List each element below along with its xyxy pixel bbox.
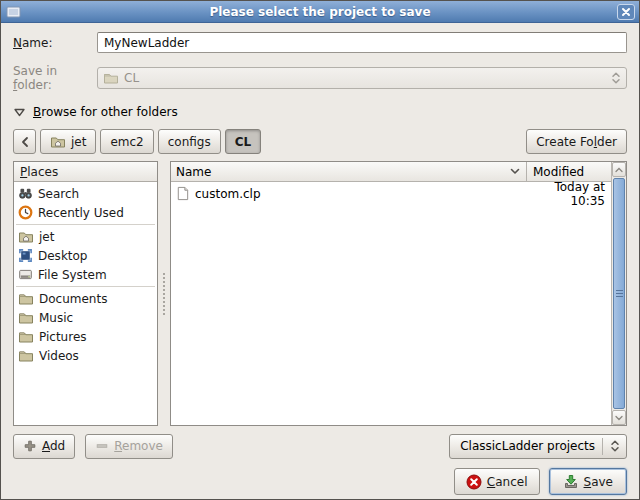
- places-separator: [16, 224, 155, 225]
- path-button-jet[interactable]: jet: [40, 129, 96, 154]
- place-item-label: Pictures: [39, 330, 87, 344]
- filter-value: ClassicLadder projects: [460, 439, 595, 453]
- search-icon: [18, 186, 33, 201]
- create-folder-label: Create Folder: [536, 135, 617, 149]
- combo-divider: [602, 438, 603, 455]
- save-in-folder-value: CL: [124, 71, 139, 85]
- window-icon: [6, 6, 21, 18]
- file-modified: Today at 10:35: [519, 180, 607, 208]
- place-item-label: Recently Used: [38, 206, 124, 220]
- path-button-label: configs: [168, 135, 211, 149]
- remove-label: Remove: [114, 439, 163, 453]
- add-button[interactable]: Add: [13, 434, 75, 459]
- place-item-label: Desktop: [38, 249, 88, 263]
- column-header-modified[interactable]: Modified: [527, 162, 611, 181]
- scrollbar-thumb[interactable]: [613, 178, 625, 409]
- project-name-input[interactable]: [97, 32, 627, 53]
- file-list: Name Modified custom.clp Today at 10:35: [171, 162, 611, 425]
- spinner-arrows-icon: [611, 71, 621, 85]
- places-header[interactable]: Places: [14, 162, 157, 182]
- place-item-label: jet: [39, 230, 54, 244]
- place-item-desktop[interactable]: Desktop: [14, 246, 157, 265]
- close-button[interactable]: [617, 4, 635, 20]
- path-button-cl-current[interactable]: CL: [225, 129, 261, 154]
- plus-icon: [23, 439, 37, 453]
- document-icon: [175, 186, 190, 201]
- remove-button[interactable]: Remove: [85, 434, 173, 459]
- chevron-left-icon: [20, 136, 29, 148]
- place-item-music[interactable]: Music: [14, 308, 157, 327]
- places-header-label: Places: [20, 165, 58, 179]
- save-project-dialog: Please select the project to save Name: …: [0, 0, 640, 500]
- create-folder-button[interactable]: Create Folder: [526, 129, 627, 154]
- path-button-label: jet: [71, 135, 86, 149]
- window-menu-button[interactable]: [5, 5, 22, 19]
- expander-triangle-icon: [13, 106, 26, 118]
- save-icon: [563, 474, 579, 490]
- browse-other-folders-label: Browse for other folders: [33, 105, 178, 119]
- scroll-up-button[interactable]: [612, 162, 626, 177]
- save-in-folder-label: Save in folder:: [13, 64, 97, 92]
- folder-icon: [18, 348, 34, 364]
- place-item-pictures[interactable]: Pictures: [14, 327, 157, 346]
- save-button[interactable]: Save: [549, 468, 627, 495]
- place-item-documents[interactable]: Documents: [14, 289, 157, 308]
- place-item-videos[interactable]: Videos: [14, 346, 157, 365]
- path-button-label: emc2: [110, 135, 143, 149]
- column-name-label: Name: [176, 165, 211, 179]
- save-in-folder-row: Save in folder: CL: [13, 64, 627, 92]
- save-label: Save: [584, 475, 613, 489]
- window-title: Please select the project to save: [1, 5, 639, 19]
- cancel-x-icon: [466, 474, 482, 490]
- add-label: Add: [42, 439, 65, 453]
- dialog-buttons: Cancel Save: [13, 468, 627, 495]
- cancel-button[interactable]: Cancel: [454, 468, 540, 495]
- file-list-scrollbar[interactable]: [611, 162, 626, 425]
- path-bar: jet emc2 configs CL Create Folder: [13, 129, 627, 154]
- path-button-emc2[interactable]: emc2: [100, 129, 153, 154]
- places-pane: Places Search Recently Used jet: [13, 161, 158, 426]
- scroll-down-button[interactable]: [612, 410, 626, 425]
- browser-panes: Places Search Recently Used jet: [13, 161, 627, 426]
- drive-icon: [18, 267, 33, 282]
- browse-other-folders-expander[interactable]: Browse for other folders: [13, 104, 627, 119]
- place-item-label: File System: [38, 268, 107, 282]
- place-item-label: Documents: [39, 292, 107, 306]
- places-separator: [16, 286, 155, 287]
- folder-icon: [18, 310, 34, 326]
- minus-icon: [95, 439, 109, 453]
- name-row: Name:: [13, 32, 627, 53]
- save-in-folder-combo[interactable]: CL: [97, 67, 627, 89]
- desktop-icon: [18, 248, 33, 263]
- file-row-custom-clp[interactable]: custom.clp Today at 10:35: [171, 184, 611, 203]
- place-item-search[interactable]: Search: [14, 184, 157, 203]
- path-button-configs[interactable]: configs: [158, 129, 221, 154]
- path-back-button[interactable]: [13, 129, 36, 154]
- splitter-grip-icon: [163, 273, 165, 315]
- place-item-label: Search: [38, 187, 79, 201]
- titlebar[interactable]: Please select the project to save: [1, 1, 639, 23]
- place-item-label: Music: [39, 311, 73, 325]
- home-folder-icon: [18, 229, 34, 245]
- place-item-recently-used[interactable]: Recently Used: [14, 203, 157, 222]
- file-type-filter-dropdown[interactable]: ClassicLadder projects: [449, 434, 627, 459]
- pane-splitter[interactable]: [158, 161, 170, 426]
- spinner-arrows-icon: [610, 439, 620, 453]
- file-list-pane: Name Modified custom.clp Today at 10:35: [170, 161, 627, 426]
- place-item-file-system[interactable]: File System: [14, 265, 157, 284]
- home-folder-icon: [50, 134, 66, 150]
- recently-used-icon: [18, 205, 33, 220]
- path-button-label: CL: [235, 135, 251, 149]
- place-item-label: Videos: [39, 349, 79, 363]
- column-header-name[interactable]: Name: [171, 162, 527, 181]
- close-icon: [621, 7, 631, 17]
- scrollbar-grip-icon: [616, 290, 623, 297]
- place-item-jet[interactable]: jet: [14, 227, 157, 246]
- folder-icon: [18, 329, 34, 345]
- file-name: custom.clp: [195, 187, 514, 201]
- name-label: Name:: [13, 36, 97, 50]
- column-modified-label: Modified: [533, 165, 584, 179]
- folder-icon: [103, 70, 119, 86]
- cancel-label: Cancel: [487, 475, 528, 489]
- folder-icon: [18, 291, 34, 307]
